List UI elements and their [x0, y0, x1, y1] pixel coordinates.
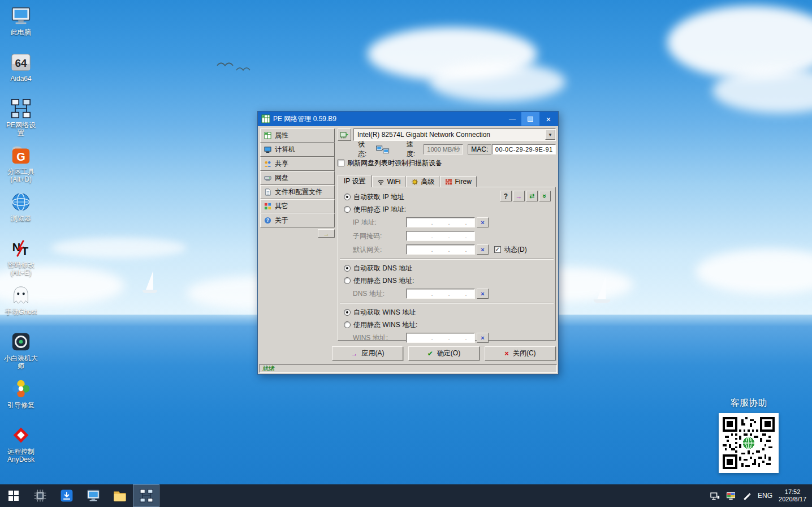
desktop-icon-label: 远程控制AnyDesk	[3, 448, 38, 463]
apply-quick-button[interactable]: →	[513, 191, 525, 201]
static-ip-label: 使用静态 IP 地址:	[353, 205, 406, 214]
windows-logo-icon	[8, 491, 19, 501]
static-dns-radio[interactable]	[344, 277, 351, 284]
chevron-down-icon[interactable]: ▼	[545, 130, 555, 140]
desktop-icon-pe-network[interactable]: PE网络设置	[3, 97, 38, 137]
tab-advanced[interactable]: 高级	[406, 176, 439, 187]
taskbar: ENG 17:52 2020/8/17	[0, 484, 812, 507]
taskbar-app-explorer[interactable]	[106, 484, 133, 507]
gateway-field[interactable]	[406, 244, 475, 255]
desktop-icon-browser[interactable]: 浏览器	[3, 191, 38, 222]
sidebar-item-computer[interactable]: 计算机	[260, 143, 335, 157]
desktop-icon-label: 手动Ghost	[3, 308, 38, 316]
sidebar-item-other[interactable]: 其它	[260, 199, 335, 213]
close-button[interactable]: ×	[539, 112, 558, 126]
drive-icon	[264, 174, 271, 182]
taskbar-app-network-manager[interactable]	[133, 484, 159, 507]
force-scan-checkbox[interactable]: ✓	[338, 160, 344, 166]
ok-button-label: 确定(O)	[437, 349, 460, 358]
adapter-select[interactable]: Intel(R) 82574L Gigabit Network Connecti…	[353, 128, 556, 141]
desktop-icon-ghost[interactable]: 手动Ghost	[3, 284, 38, 316]
desktop-icon-label: PE网络设置	[3, 121, 38, 137]
maximize-button[interactable]	[521, 112, 539, 126]
desktop-icon-aida64[interactable]: Aida64	[3, 51, 38, 83]
tray-network-icon[interactable]	[710, 491, 720, 501]
desktop-icon-label: 密码修改(Alt+E)	[3, 261, 38, 277]
static-wins-radio[interactable]	[344, 321, 351, 328]
desktop-icon-xiaobai[interactable]: 小白装机大师	[3, 330, 38, 370]
sidebar-item-netdisk[interactable]: 网盘	[260, 171, 335, 185]
question-icon	[264, 217, 271, 224]
static-ip-radio[interactable]	[344, 206, 351, 213]
desktop-icon-this-pc[interactable]: 此电脑	[3, 5, 38, 36]
gateway-label: 默认网关:	[338, 245, 406, 255]
sidebar-item-files-profiles[interactable]: 文件和配置文件	[260, 185, 335, 199]
auto-dns-radio[interactable]	[344, 265, 351, 272]
auto-wins-radio[interactable]	[344, 309, 351, 316]
tab-wifi[interactable]: WiFi	[372, 176, 405, 187]
folder-icon	[113, 488, 127, 503]
minimize-button[interactable]: —	[503, 112, 521, 126]
sidebar-item-label: 共享	[275, 159, 288, 169]
computer-icon	[10, 5, 32, 27]
tab-label: IP 设置	[344, 177, 365, 186]
cloud	[430, 62, 565, 102]
firewall-icon	[445, 178, 452, 186]
tab-firewall[interactable]: Firew	[440, 176, 476, 187]
dns-address-field[interactable]	[406, 289, 475, 299]
network-diagram-icon	[10, 97, 32, 120]
sidebar-item-label: 文件和配置文件	[275, 187, 322, 197]
tab-ip-settings[interactable]: IP 设置	[338, 175, 372, 187]
desktop-icon-boot-repair[interactable]: 引导修复	[3, 377, 38, 409]
expand-button[interactable]: »	[539, 191, 551, 201]
close-dialog-button[interactable]: × 关闭(C)	[485, 346, 556, 360]
tiles-icon	[264, 203, 271, 210]
aida64-icon	[10, 51, 32, 74]
language-indicator[interactable]: ENG	[758, 492, 772, 500]
taskbar-app-display[interactable]	[80, 484, 106, 507]
sidebar: 属性 计算机 共享 网盘 文件和配置文件 其它	[260, 128, 335, 238]
app-icon	[261, 114, 270, 123]
nic-icon	[340, 130, 349, 139]
arrow-icon: →	[351, 350, 358, 358]
clear-wins-button[interactable]: ×	[477, 333, 489, 343]
clear-gateway-button[interactable]: ×	[477, 244, 489, 255]
clear-dns-button[interactable]: ×	[477, 289, 489, 299]
sidebar-expand-button[interactable]: →	[318, 229, 335, 238]
start-button[interactable]	[0, 484, 27, 507]
page-toolbar: ? → ⇄ »	[500, 191, 551, 201]
tray-pen-icon[interactable]	[742, 491, 751, 501]
refresh-button[interactable]: ⇄	[526, 191, 538, 201]
ghost-icon	[10, 284, 32, 307]
desktop-icon-anydesk[interactable]: 远程控制AnyDesk	[3, 424, 38, 463]
clear-ip-button[interactable]: ×	[477, 217, 489, 227]
sidebar-item-about[interactable]: 关于	[260, 213, 335, 227]
desktop-icon-password-edit[interactable]: 密码修改(Alt+E)	[3, 237, 38, 277]
wins-address-field[interactable]	[406, 333, 475, 343]
taskbar-clock[interactable]: 17:52 2020/8/17	[779, 488, 806, 503]
network-diagram-icon	[139, 488, 154, 503]
help-button[interactable]: ?	[500, 191, 512, 201]
subnet-mask-label: 子网掩码:	[338, 231, 406, 241]
sidebar-item-properties[interactable]: 属性	[260, 128, 335, 143]
clock-time: 17:52	[779, 488, 806, 496]
sidebar-item-share[interactable]: 共享	[260, 157, 335, 171]
dynamic-checkbox[interactable]: ✓	[494, 246, 501, 253]
adapter-refresh-button[interactable]	[338, 128, 351, 141]
auto-ip-radio[interactable]	[344, 194, 351, 200]
ok-button[interactable]: ✔ 确定(O)	[408, 346, 480, 360]
pe-network-manager-window: PE 网络管理 0.59.B9 — × 属性 计算机 共享 网盘	[257, 111, 559, 375]
taskbar-app-cpu[interactable]	[27, 484, 53, 507]
apply-button[interactable]: → 应用(A)	[332, 346, 403, 360]
subnet-mask-field[interactable]	[406, 231, 475, 241]
window-title: PE 网络管理 0.59.B9	[273, 114, 503, 124]
desktop-icon-partition-tool[interactable]: 分区工具(Alt+D)	[3, 144, 38, 183]
anydesk-icon	[10, 424, 32, 446]
tab-strip: IP 设置 WiFi 高级 Firew	[338, 174, 556, 187]
ip-address-field[interactable]	[406, 217, 475, 227]
desktop-icon-label: 分区工具(Alt+D)	[3, 167, 38, 183]
window-titlebar[interactable]: PE 网络管理 0.59.B9 — ×	[258, 111, 558, 126]
tray-display-color-icon[interactable]	[726, 491, 736, 501]
taskbar-app-installer[interactable]	[53, 484, 80, 507]
sidebar-item-label: 属性	[275, 131, 288, 140]
